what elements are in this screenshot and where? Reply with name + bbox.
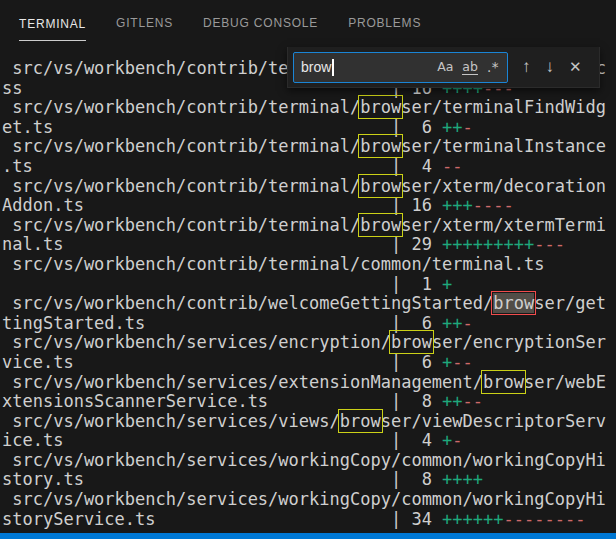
diff-added-marks: ++ bbox=[442, 391, 462, 411]
terminal-text: ser/viewDescriptorServ bbox=[381, 411, 606, 431]
terminal-text: ser/get bbox=[534, 293, 606, 313]
terminal-line: src/vs/workbench/contrib/terminal/browse… bbox=[2, 98, 616, 118]
find-match-current: brow bbox=[493, 293, 534, 313]
terminal-line: src/vs/workbench/contrib/terminal/browse… bbox=[2, 137, 616, 157]
diff-removed-marks: - bbox=[463, 117, 473, 137]
terminal-line: src/vs/workbench/contrib/terminal/common… bbox=[2, 255, 616, 275]
diff-removed-marks: - bbox=[463, 313, 473, 333]
diff-added-marks: ++ bbox=[442, 313, 462, 333]
find-next-button[interactable]: ↓ bbox=[546, 58, 555, 76]
terminal-text: Addon.ts | 16 bbox=[2, 195, 442, 215]
terminal-line: src/vs/workbench/contrib/terminal/browse… bbox=[2, 216, 616, 236]
find-match-highlight: brow bbox=[360, 97, 401, 117]
terminal-line: src/vs/workbench/contrib/terminal/browse… bbox=[2, 177, 616, 197]
terminal-line: ice.ts | 4 +- bbox=[2, 431, 616, 451]
text-cursor bbox=[332, 59, 334, 76]
terminal-text: src/vs/workbench/contrib/terminal/ bbox=[2, 136, 360, 156]
terminal-text: src/vs/workbench/services/views/ bbox=[2, 411, 340, 431]
terminal-text: story.ts | 8 bbox=[2, 469, 442, 489]
terminal-text: tingStarted.ts | 6 bbox=[2, 313, 442, 333]
find-options: Aa ab .* bbox=[437, 60, 507, 75]
terminal-text: ser/terminalInstance bbox=[401, 136, 606, 156]
match-case-button[interactable]: Aa bbox=[437, 60, 453, 74]
terminal-content: src/vs/workbench/contrib/terminal/browse… bbox=[2, 59, 616, 533]
find-match-highlight: brow bbox=[483, 372, 524, 392]
terminal-line: story.ts | 8 ++++ bbox=[2, 470, 616, 490]
terminal-line: src/vs/workbench/contrib/welcomeGettingS… bbox=[2, 294, 616, 314]
terminal-text: src/vs/workbench/services/extensionManag… bbox=[2, 372, 483, 392]
diff-added-marks: +++++++++ bbox=[442, 234, 534, 254]
terminal-line: vice.ts | 6 +-- bbox=[2, 353, 616, 373]
terminal-text: src/vs/workbench/contrib/terminal/common… bbox=[2, 254, 544, 274]
diff-removed-marks: --- bbox=[534, 234, 565, 254]
diff-removed-marks: - bbox=[452, 430, 462, 450]
terminal-text: src/vs/workbench/services/encryption/ bbox=[2, 332, 391, 352]
diff-removed-marks: -- bbox=[442, 156, 462, 176]
find-input[interactable]: brow Aa ab .* bbox=[293, 52, 508, 83]
terminal-text: ser/webE bbox=[524, 372, 606, 392]
panel-tab-bar: TERMINAL GITLENS DEBUG CONSOLE PROBLEMS bbox=[0, 0, 616, 46]
terminal-line: src/vs/workbench/services/encryption/bro… bbox=[2, 333, 616, 353]
terminal-text: storyService.ts | 34 bbox=[2, 509, 442, 529]
terminal-text: ser/xterm/xtermTermi bbox=[401, 215, 606, 235]
diff-removed-marks: ---- bbox=[473, 195, 514, 215]
regex-button[interactable]: .* bbox=[487, 60, 499, 74]
terminal-text: src/vs/workbench/contrib/terminal/ bbox=[2, 176, 360, 196]
terminal-text: nal.ts | 29 bbox=[2, 234, 442, 254]
terminal-line: src/vs/workbench/services/workingCopy/co… bbox=[2, 451, 616, 471]
diff-added-marks: ++++++ bbox=[442, 509, 503, 529]
terminal-text: xtensionsScannerService.ts | 8 bbox=[2, 391, 442, 411]
tab-debug-console[interactable]: DEBUG CONSOLE bbox=[203, 14, 318, 33]
terminal-line: tingStarted.ts | 6 ++- bbox=[2, 314, 616, 334]
terminal-line: xtensionsScannerService.ts | 8 ++-- bbox=[2, 392, 616, 412]
diff-removed-marks: -------- bbox=[504, 509, 586, 529]
find-match-highlight: brow bbox=[360, 176, 401, 196]
terminal-text: ser/xterm/decoration bbox=[401, 176, 606, 196]
terminal-text: src/vs/workbench/services/workingCopy/co… bbox=[2, 450, 606, 470]
find-match-highlight: brow bbox=[360, 136, 401, 156]
status-bar-edge bbox=[0, 533, 616, 539]
terminal-text: ice.ts | 4 bbox=[2, 430, 442, 450]
find-match-highlight: brow bbox=[391, 332, 432, 352]
diff-removed-marks: -- bbox=[452, 352, 472, 372]
whole-word-button[interactable]: ab bbox=[462, 60, 478, 75]
terminal-line: et.ts | 6 ++- bbox=[2, 118, 616, 138]
diff-removed-marks: -- bbox=[463, 391, 483, 411]
terminal-text: | 1 bbox=[2, 274, 442, 294]
terminal-line: src/vs/workbench/services/workingCopy/co… bbox=[2, 490, 616, 510]
terminal-text: src/vs/workbench/contrib/terminal/ bbox=[2, 97, 360, 117]
find-close-button[interactable]: ✕ bbox=[569, 58, 582, 76]
terminal-line: storyService.ts | 34 ++++++-------- bbox=[2, 510, 616, 530]
diff-added-marks: +++ bbox=[442, 195, 473, 215]
terminal-line: nal.ts | 29 +++++++++--- bbox=[2, 235, 616, 255]
terminal-text: ser/terminalFindWidg bbox=[401, 97, 606, 117]
terminal-text: vice.ts | 6 bbox=[2, 352, 442, 372]
tab-problems[interactable]: PROBLEMS bbox=[348, 14, 421, 33]
terminal-text: src/vs/workbench/services/workingCopy/co… bbox=[2, 489, 606, 509]
find-match-highlight: brow bbox=[360, 215, 401, 235]
find-widget: brow Aa ab .* ↑ ↓ ✕ bbox=[287, 47, 600, 88]
find-query-text: brow bbox=[301, 59, 331, 75]
find-match-highlight: brow bbox=[340, 411, 381, 431]
find-actions: ↑ ↓ ✕ bbox=[522, 58, 582, 76]
diff-added-marks: + bbox=[442, 430, 452, 450]
terminal-line: .ts | 4 -- bbox=[2, 157, 616, 177]
terminal-line: | 1 + bbox=[2, 275, 616, 295]
find-previous-button[interactable]: ↑ bbox=[522, 58, 531, 76]
diff-added-marks: ++++ bbox=[442, 469, 483, 489]
tab-gitlens[interactable]: GITLENS bbox=[116, 14, 173, 33]
terminal-line: src/vs/workbench/services/extensionManag… bbox=[2, 373, 616, 393]
terminal-text: src/vs/workbench/contrib/terminal/ bbox=[2, 215, 360, 235]
diff-added-marks: + bbox=[442, 352, 452, 372]
diff-added-marks: + bbox=[442, 274, 452, 294]
terminal-text: src/vs/workbench/contrib/welcomeGettingS… bbox=[2, 293, 493, 313]
terminal-text: .ts | 4 bbox=[2, 156, 442, 176]
terminal-text: et.ts | 6 bbox=[2, 117, 442, 137]
terminal-text: ser/encryptionSer bbox=[432, 332, 606, 352]
terminal-line: src/vs/workbench/services/views/browser/… bbox=[2, 412, 616, 432]
tab-terminal[interactable]: TERMINAL bbox=[19, 15, 86, 41]
terminal-line: Addon.ts | 16 +++---- bbox=[2, 196, 616, 216]
diff-added-marks: ++ bbox=[442, 117, 462, 137]
